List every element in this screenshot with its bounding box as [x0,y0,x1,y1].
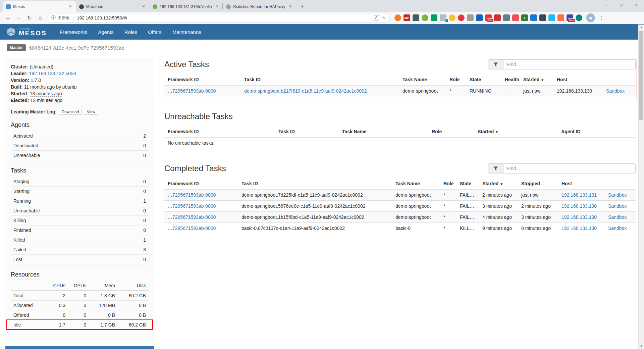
col-host[interactable]: Host [553,74,603,86]
close-button[interactable]: × [629,0,644,10]
tab-close-icon[interactable]: × [214,4,220,9]
sandbox-link[interactable]: Sandbox [606,88,625,94]
tab-mesos[interactable]: Mesos × [3,1,76,12]
nav-item-roles[interactable]: Roles [124,29,137,35]
tab-close-icon[interactable]: × [288,4,293,9]
col-task-id[interactable]: Task ID [238,178,392,190]
framework-id-cell: …7295671593ab-0000 [164,189,238,201]
tab-close-icon[interactable]: × [141,4,146,9]
extension-icon-1[interactable] [394,14,401,21]
col-task-name[interactable]: Task Name [339,126,428,138]
profile-avatar[interactable]: ☻ [586,13,595,22]
framework-link[interactable]: …7295671593ab-0000 [168,203,216,209]
col-framework-id[interactable]: Framework ID [164,74,241,86]
tab-marathon[interactable]: Marathon × [76,1,149,12]
extension-icon-2[interactable]: ABP [404,14,410,21]
col-host[interactable]: Host [558,178,605,190]
col-health[interactable]: Health [501,74,520,86]
extension-icon-14[interactable] [512,14,519,21]
tab-hello-app[interactable]: 192.168.133.131:31657/hello × [149,1,222,12]
sandbox-link[interactable]: Sandbox [608,214,627,220]
extension-icon-9[interactable] [467,14,474,21]
col-framework-id[interactable]: Framework ID [164,178,238,190]
url-text[interactable]: 192.168.133.132:5050/#/ [77,15,372,20]
extension-icon-13[interactable] [503,14,510,21]
vertical-scrollbar[interactable]: ▲ ▼ [638,24,644,349]
task-name-cell: demo-springboot [392,201,440,212]
scroll-down-icon[interactable]: ▼ [639,343,644,349]
home-icon[interactable]: ⌂ [36,15,45,21]
filter-icon[interactable] [488,163,503,173]
maximize-button[interactable]: □ [614,0,629,10]
sandbox-link[interactable]: Sandbox [608,192,627,198]
col-task-id[interactable]: Task ID [241,74,399,86]
sandbox-link[interactable]: Sandbox [608,226,627,231]
extension-icon-21[interactable] [576,14,582,21]
col-state[interactable]: State [466,74,501,86]
extension-icon-20[interactable]: New [567,14,573,21]
completed-find-input[interactable] [503,163,636,173]
col-state[interactable]: State [457,178,479,190]
log-download-button[interactable]: Download [59,109,82,115]
col-stopped[interactable]: Stopped [518,178,558,190]
new-tab-button[interactable]: + [298,2,307,11]
scroll-up-icon[interactable]: ▲ [639,24,644,30]
extension-icon-15[interactable]: S [521,14,528,21]
nav-item-frameworks[interactable]: Frameworks [60,29,88,35]
extension-icon-17[interactable] [539,14,546,21]
framework-link[interactable]: …7295671593ab-0000 [168,214,216,220]
col-agent-id[interactable]: Agent ID [558,126,636,138]
info-icon[interactable]: ⓘ [51,15,56,21]
extension-icon-12[interactable] [494,14,501,21]
leader-link[interactable]: 192.168.133.132:5050 [29,71,76,76]
col-role[interactable]: Role [428,126,474,138]
col-started[interactable]: Started ▼ [520,74,553,86]
tab-close-icon[interactable]: × [68,4,73,9]
nav-item-maintenance[interactable]: Maintenance [172,29,201,35]
col-task-id[interactable]: Task ID [275,126,339,138]
minimize-button[interactable]: ─ [599,0,614,10]
nav-item-offers[interactable]: Offers [148,29,162,35]
extension-icon-7[interactable] [449,14,455,21]
scrollbar-thumb[interactable] [639,31,643,120]
col-task-name[interactable]: Task Name [392,178,440,190]
col-role[interactable]: Role [440,178,457,190]
extension-icon-3[interactable] [413,14,419,21]
col-started[interactable]: Started ▼ [474,126,558,138]
mesos-logo[interactable]: APACHE MESOS [6,27,47,37]
filter-icon[interactable] [488,59,503,69]
back-icon[interactable]: ← [3,15,13,21]
log-view-button[interactable]: View [84,109,98,115]
host-link[interactable]: 192.168.133.131 [561,192,597,198]
col-role[interactable]: Role [446,74,466,86]
extension-icon-16[interactable] [530,14,537,21]
bookmark-star-icon[interactable]: ☆ [382,15,386,21]
sandbox-link[interactable]: Sandbox [608,203,627,209]
extension-icon-18[interactable] [548,14,555,21]
extension-icon-6[interactable]: 1 [440,14,446,21]
forward-icon[interactable]: → [14,15,23,21]
extension-icon-19[interactable] [557,14,564,21]
extension-icon-10[interactable] [476,14,483,21]
address-bar[interactable]: ⓘ 不安全 192.168.133.132:5050/#/ A ☆ [48,13,390,22]
browser-menu-icon[interactable]: ⋮ [596,15,607,21]
framework-link[interactable]: …7295671593ab-0000 [168,192,216,198]
framework-link[interactable]: …7295671593ab-0000 [168,88,216,94]
extension-icon-4[interactable] [422,14,428,21]
extension-icon-8[interactable] [458,14,465,21]
host-link[interactable]: 192.168.133.130 [561,203,597,209]
extension-icon-5[interactable] [431,14,437,21]
col-started[interactable]: Started ▼ [479,178,518,190]
tab-haproxy-stats[interactable]: Statistics Report for HAProxy × [223,1,296,12]
translate-icon[interactable]: A [374,15,379,20]
active-find-input[interactable] [503,59,636,69]
framework-link[interactable]: …7295671593ab-0000 [168,226,216,231]
extension-icon-11[interactable]: 99+ [485,14,492,21]
task-link[interactable]: demo-springboot.b217f610-c1a5-11e9-aaf9-… [244,88,367,94]
col-framework-id[interactable]: Framework ID [164,126,275,138]
host-link[interactable]: 192.168.133.130 [561,226,597,231]
col-task-name[interactable]: Task Name [399,74,446,86]
host-link[interactable]: 192.168.133.130 [561,214,597,220]
nav-item-agents[interactable]: Agents [98,29,114,35]
reload-icon[interactable]: ↻ [25,15,34,21]
